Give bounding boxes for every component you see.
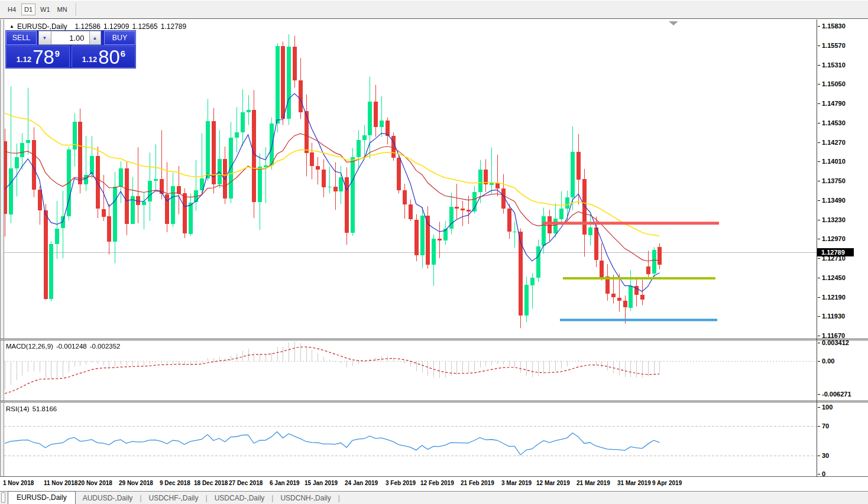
rsi-axis-tick: 100	[818, 404, 833, 411]
timeframe-button-d1[interactable]: D1	[21, 4, 35, 15]
macd-main-value: -0.001248	[56, 343, 87, 350]
timeframe-toolbar: H4D1W1MN	[0, 0, 868, 18]
ohlc-open: 1.12586	[75, 22, 101, 31]
buy-price-prefix: 1.12	[82, 53, 97, 66]
time-axis-label: 20 Nov 2018	[78, 480, 112, 486]
price-axis-tick: 1.11930	[818, 313, 845, 320]
symbol-name: EURUSD-,Daily	[17, 22, 67, 31]
time-axis-label: 12 Feb 2019	[420, 480, 454, 486]
chart-title: ▲ EURUSD-,Daily 1.12586 1.12909 1.12565 …	[9, 22, 186, 31]
macd-axis-tick: 0.00	[818, 357, 834, 365]
price-axis-tick: 1.15310	[818, 61, 846, 69]
ohlc-close: 1.12789	[161, 22, 186, 31]
buy-price-pip: 6	[121, 48, 125, 58]
macd-signal-value: -0.002352	[90, 343, 121, 350]
price-axis-tick: 1.12190	[818, 294, 846, 301]
rsi-label: RSI(14) 51.8166	[6, 405, 57, 412]
price-axis-tick: 1.13230	[818, 216, 846, 223]
one-click-trading-widget: SELL ▼ 1.00 ▲ BUY 1.12 78 9 1.12 80 6	[6, 31, 135, 68]
rsi-axis-tick: 30	[818, 452, 829, 459]
volume-decrease-icon[interactable]: ▼	[38, 31, 51, 45]
buy-price-big: 80	[98, 48, 120, 66]
price-axis-tick: 1.12970	[818, 235, 846, 242]
panel-separator[interactable]	[0, 401, 868, 402]
price-axis-tick: 1.11670	[818, 332, 845, 339]
chart-tab-usdcnh[interactable]: USDCNH-,Daily	[273, 492, 338, 504]
time-axis-label: 31 Mar 2019	[617, 480, 651, 486]
chart-tab-audusd[interactable]: AUDUSD-,Daily	[76, 492, 140, 504]
macd-axis-tick: 0.003412	[818, 339, 849, 346]
rsi-axis-tick: 70	[818, 422, 829, 430]
panel-separator[interactable]	[0, 339, 868, 340]
time-axis[interactable]: 1 Nov 201811 Nov 201820 Nov 201829 Nov 2…	[0, 477, 868, 491]
sell-price-pip: 9	[55, 48, 60, 58]
timeframe-button-w1[interactable]: W1	[38, 4, 53, 15]
sell-price-prefix: 1.12	[17, 53, 31, 66]
time-axis-label: 9 Dec 2018	[160, 480, 190, 486]
macd-axis-tick: -0.006271	[818, 391, 851, 398]
macd-label: MACD(12,26,9) -0.001248 -0.002352	[6, 343, 120, 350]
window-left-splitter[interactable]	[0, 19, 4, 491]
rsi-indicator-canvas[interactable]	[4, 402, 817, 476]
time-axis-label: 3 Feb 2019	[386, 480, 416, 486]
sell-button[interactable]: SELL	[6, 31, 37, 45]
price-axis-tick: 1.14530	[818, 119, 846, 126]
time-axis-label: 9 Apr 2019	[652, 480, 682, 486]
price-axis-tick: 1.13490	[818, 197, 846, 204]
time-axis-label: 27 Dec 2018	[229, 480, 263, 486]
price-axis-tick: 1.14790	[818, 100, 846, 107]
buy-button[interactable]: BUY	[104, 31, 135, 45]
price-axis-tick: 1.15050	[818, 80, 846, 87]
ohlc-low: 1.12565	[132, 22, 157, 31]
macd-indicator-canvas[interactable]	[4, 340, 817, 401]
time-axis-label: 11 Nov 2018	[44, 480, 77, 486]
price-axis-tick: 1.12450	[818, 274, 846, 281]
rsi-value: 51.8166	[33, 405, 57, 412]
ohlc-high: 1.12909	[103, 22, 129, 31]
toolbar-separator	[76, 3, 77, 16]
time-axis-label: 12 Mar 2019	[536, 480, 570, 486]
price-axis-tick: 1.14010	[818, 158, 846, 165]
price-axis-tick: 1.13750	[818, 177, 846, 184]
buy-price-button[interactable]: 1.12 80 6	[72, 45, 135, 68]
chart-tab-bar: EURUSD-,DailyAUDUSD-,Daily|USDCHF-,Daily…	[0, 491, 868, 504]
time-axis-label: 6 Jan 2019	[270, 480, 300, 486]
sell-price-big: 78	[33, 48, 54, 66]
sell-price-button[interactable]: 1.12 78 9	[6, 45, 70, 68]
tab-separator: |	[338, 494, 340, 504]
volume-input[interactable]: 1.00	[51, 31, 89, 45]
time-axis-label: 1 Nov 2018	[3, 480, 34, 486]
time-axis-label: 21 Mar 2019	[576, 480, 610, 486]
chart-tab-usdcad[interactable]: USDCAD-,Daily	[208, 492, 272, 504]
timeframe-button-mn[interactable]: MN	[55, 4, 70, 15]
time-axis-label: 15 Jan 2019	[305, 480, 338, 486]
macd-name: MACD(12,26,9)	[6, 343, 53, 350]
time-axis-label: 3 Mar 2019	[501, 480, 532, 486]
time-axis-label: 29 Nov 2018	[119, 480, 153, 486]
current-price-badge: 1.12789	[817, 248, 854, 256]
time-axis-label: 24 Jan 2019	[345, 480, 378, 486]
timeframe-button-h4[interactable]: H4	[5, 4, 19, 15]
chart-tab-eurusd[interactable]: EURUSD-,Daily	[8, 491, 76, 504]
price-axis-tick: 1.15570	[818, 42, 846, 49]
price-axis-tick: 1.14270	[818, 139, 846, 146]
time-axis-label: 18 Dec 2018	[194, 480, 228, 486]
chart-tab-usdchf[interactable]: USDCHF-,Daily	[142, 492, 206, 504]
volume-increase-icon[interactable]: ▲	[89, 31, 101, 45]
price-axis-tick: 1.15830	[818, 22, 846, 30]
time-axis-label: 21 Feb 2019	[461, 480, 494, 486]
rsi-name: RSI(14)	[6, 405, 30, 412]
tab-scroll-handle[interactable]	[1, 492, 5, 503]
symbol-marker-icon: ▲	[9, 24, 14, 29]
